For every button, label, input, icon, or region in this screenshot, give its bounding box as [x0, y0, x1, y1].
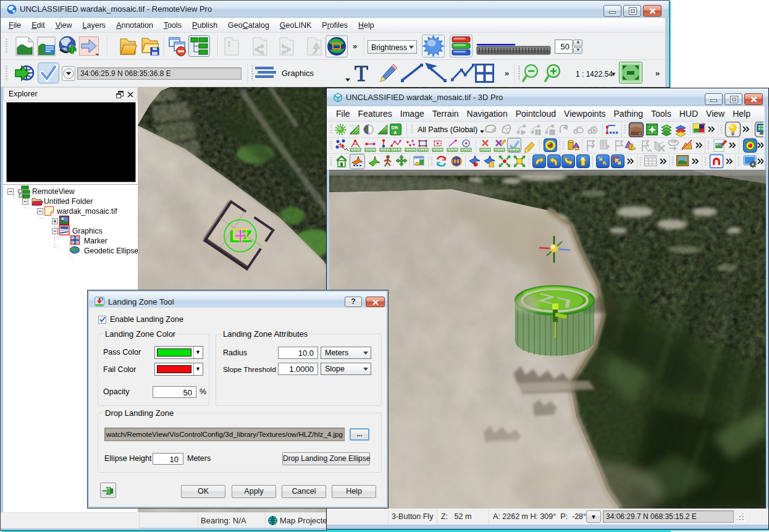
svg-text:Marker: Marker: [84, 237, 107, 245]
svg-text:N: N: [581, 156, 584, 161]
svg-text:wardak_mosaic.tif: wardak_mosaic.tif: [56, 207, 117, 216]
svg-text:Graphics: Graphics: [72, 227, 103, 235]
svg-text:T: T: [639, 132, 641, 136]
svg-text:A: A: [393, 130, 397, 135]
svg-text:All Paths (Global): All Paths (Global): [418, 125, 477, 134]
svg-text:Graphics: Graphics: [282, 69, 314, 78]
svg-text:1: 1: [227, 41, 231, 48]
svg-text:T: T: [355, 61, 368, 86]
svg-text:Untitled Folder: Untitled Folder: [44, 197, 93, 206]
svg-text:Geodetic Ellipse: Geodetic Ellipse: [84, 247, 138, 255]
svg-text:RemoteView: RemoteView: [32, 187, 75, 196]
